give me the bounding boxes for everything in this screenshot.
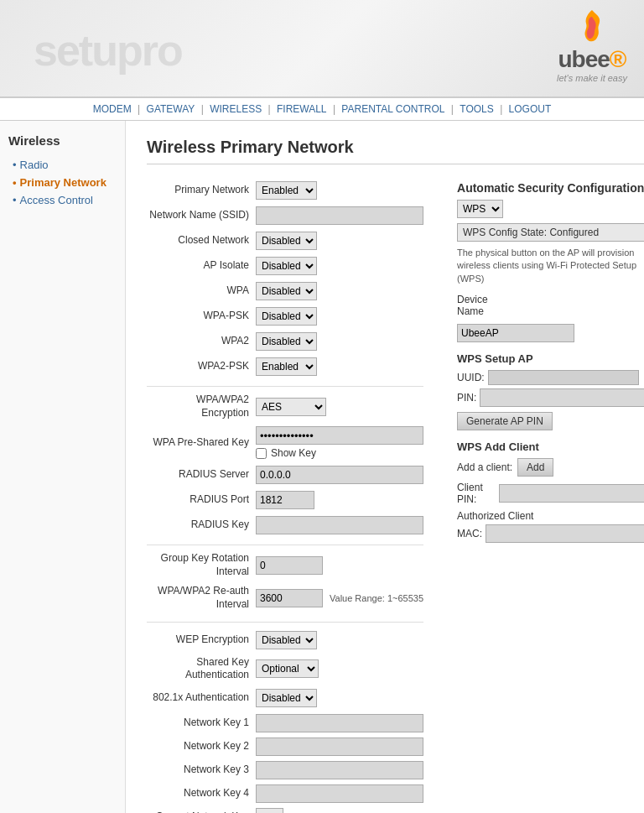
current-net-key-control: 1 2 3 4 <box>256 808 423 813</box>
ssid-input[interactable] <box>256 206 423 225</box>
separator-3 <box>147 622 423 623</box>
nav-bar: MODEM | GATEWAY | WIRELESS | FIREWALL | … <box>0 98 644 121</box>
dot1x-auth-select[interactable]: Disabled Enabled <box>256 689 317 707</box>
wps-desc: The physical button on the AP will provi… <box>457 247 644 285</box>
nav-firewall[interactable]: FIREWALL <box>277 103 327 115</box>
radius-server-row: RADIUS Server <box>147 466 423 484</box>
nav-parental-control[interactable]: PARENTAL CONTROL <box>341 103 444 115</box>
wpa-psk-label: WPA-PSK <box>147 310 256 323</box>
pin-row: PIN: <box>457 388 644 407</box>
net-key4-control <box>256 784 423 803</box>
pin-input[interactable] <box>480 388 644 407</box>
group-key-input[interactable] <box>256 556 323 575</box>
radius-server-control <box>256 466 423 484</box>
net-key4-input[interactable] <box>256 784 423 803</box>
nav-tools[interactable]: TOOLS <box>460 103 493 115</box>
nav-wireless[interactable]: WIRELESS <box>210 103 262 115</box>
device-name-row: DeviceName <box>457 294 644 319</box>
wep-enc-control: Disabled Enabled <box>256 631 423 649</box>
form-left: Primary Network Enabled Disabled Network… <box>147 181 423 813</box>
shared-key-auth-label: Shared Key Authentication <box>147 656 256 682</box>
wps-state-box: WPS Config State: Configured <box>457 223 644 242</box>
sidebar-item-access-control[interactable]: •Access Control <box>8 191 117 209</box>
ap-isolate-row: AP Isolate Disabled Enabled <box>147 257 423 275</box>
primary-network-select[interactable]: Enabled Disabled <box>256 181 317 200</box>
wep-enc-select[interactable]: Disabled Enabled <box>256 631 317 649</box>
reauth-label: WPA/WPA2 Re-auth Interval <box>147 585 256 611</box>
group-key-label: Group Key Rotation Interval <box>147 552 256 578</box>
closed-network-label: Closed Network <box>147 234 256 248</box>
logo-flame-icon <box>575 8 609 46</box>
primary-network-row: Primary Network Enabled Disabled <box>147 181 423 200</box>
wpa-psk-select[interactable]: Disabled Enabled <box>256 307 317 326</box>
enc-control: AES TKIP TKIP+AES <box>256 398 423 416</box>
closed-network-select[interactable]: Disabled Enabled <box>256 232 317 250</box>
client-pin-label: Client PIN: <box>457 482 496 505</box>
net-key2-input[interactable] <box>256 737 423 756</box>
wps-select[interactable]: WPS None <box>457 200 503 218</box>
wpa-control: Disabled Enabled <box>256 282 423 300</box>
device-name-input[interactable] <box>457 324 574 342</box>
radius-port-control <box>256 491 423 509</box>
radius-port-label: RADIUS Port <box>147 493 256 507</box>
net-key1-control <box>256 714 423 732</box>
wpa-psk-key-label: WPA Pre-Shared Key <box>147 436 256 450</box>
uuid-label: UUID: <box>457 372 485 383</box>
wpa2-select[interactable]: Disabled Enabled <box>256 332 317 351</box>
net-key3-input[interactable] <box>256 761 423 779</box>
nav-gateway[interactable]: GATEWAY <box>147 103 195 115</box>
wep-enc-row: WEP Encryption Disabled Enabled <box>147 631 423 649</box>
radius-key-control <box>256 516 423 534</box>
wpa-psk-key-row: WPA Pre-Shared Key Show Key <box>147 426 423 459</box>
gen-ap-pin-button[interactable]: Generate AP PIN <box>457 412 553 430</box>
wpa-psk-key-input[interactable] <box>256 426 423 445</box>
shared-key-auth-select[interactable]: Optional Required <box>256 659 319 678</box>
net-key2-control <box>256 737 423 756</box>
net-key1-input[interactable] <box>256 714 423 732</box>
ssid-label: Network Name (SSID) <box>147 209 256 222</box>
mac-label: MAC: <box>457 528 482 539</box>
wpa2-psk-row: WPA2-PSK Enabled Disabled <box>147 357 423 376</box>
auth-mac-label: Authorized Client <box>457 510 644 522</box>
wps-add-client-title: WPS Add Client <box>457 440 644 453</box>
net-key1-label: Network Key 1 <box>147 717 256 730</box>
radius-key-row: RADIUS Key <box>147 516 423 534</box>
wpa-row: WPA Disabled Enabled <box>147 282 423 300</box>
sidebar-item-primary-network[interactable]: •Primary Network <box>8 174 117 191</box>
wep-enc-label: WEP Encryption <box>147 633 256 647</box>
radius-server-input[interactable] <box>256 466 423 484</box>
wpa-psk-control: Disabled Enabled <box>256 307 423 326</box>
radius-key-input[interactable] <box>256 516 423 534</box>
radius-port-row: RADIUS Port <box>147 491 423 509</box>
add-client-button[interactable]: Add <box>517 458 553 477</box>
reauth-input[interactable] <box>256 589 323 607</box>
device-name-input-row <box>457 324 644 342</box>
mac-input[interactable] <box>486 524 644 543</box>
current-net-key-select[interactable]: 1 2 3 4 <box>256 808 283 813</box>
enc-select[interactable]: AES TKIP TKIP+AES <box>256 398 326 416</box>
nav-logout[interactable]: LOGOUT <box>509 103 552 115</box>
uuid-bar <box>488 370 639 385</box>
nav-modem[interactable]: MODEM <box>93 103 132 115</box>
add-client-row: Add a client: Add <box>457 458 644 477</box>
wpa2-psk-select[interactable]: Enabled Disabled <box>256 357 317 376</box>
separator-2 <box>147 545 423 545</box>
radius-port-input[interactable] <box>256 491 314 509</box>
reauth-control: Value Range: 1~65535 <box>256 589 423 607</box>
content-wrapper: Wireless •Radio •Primary Network •Access… <box>0 121 644 813</box>
wps-select-row: WPS None <box>457 200 644 218</box>
separator-1 <box>147 386 423 387</box>
wep-section: WEP Encryption Disabled Enabled Shared K… <box>147 631 423 813</box>
show-key-checkbox[interactable] <box>256 448 267 459</box>
wpa2-row: WPA2 Disabled Enabled <box>147 332 423 351</box>
ap-isolate-select[interactable]: Disabled Enabled <box>256 257 317 275</box>
client-pin-input[interactable] <box>499 484 644 503</box>
pin-label: PIN: <box>457 392 476 404</box>
ap-isolate-control: Disabled Enabled <box>256 257 423 275</box>
net-key2-row: Network Key 2 <box>147 737 423 756</box>
wpa-select[interactable]: Disabled Enabled <box>256 282 317 300</box>
closed-network-row: Closed Network Disabled Enabled <box>147 232 423 250</box>
sidebar-item-radio[interactable]: •Radio <box>8 156 117 174</box>
header: setupro ubee® let's make it easy <box>0 0 644 98</box>
watermark-text: setupro <box>34 25 182 76</box>
